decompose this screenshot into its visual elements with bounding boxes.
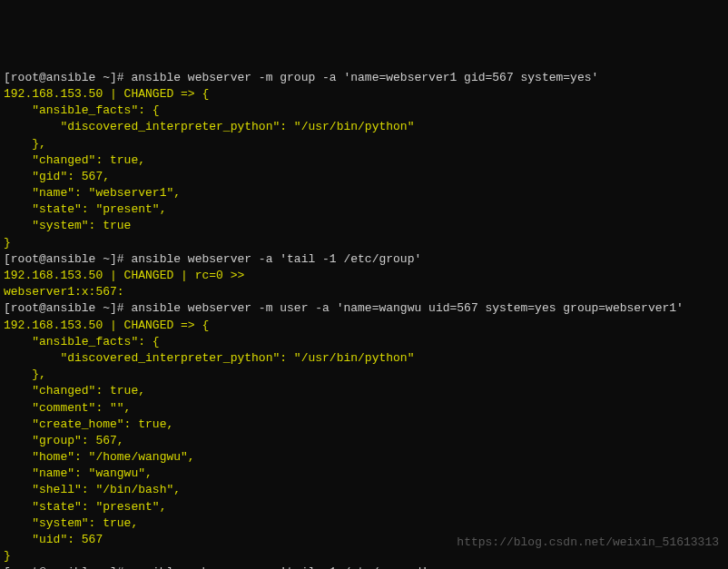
host-status-1: 192.168.153.50 | CHANGED => { — [4, 87, 209, 101]
terminal-output[interactable]: [root@ansible ~]# ansible webserver -m g… — [4, 70, 724, 569]
output-line: "system": true, — [4, 516, 138, 530]
output-line: "uid": 567 — [4, 533, 103, 546]
watermark-text: https://blog.csdn.net/weixin_51613313 — [457, 535, 719, 551]
output-line: "home": "/home/wangwu", — [4, 450, 195, 464]
output-line: "name": "wangwu", — [4, 466, 152, 480]
output-line: }, — [4, 137, 46, 151]
output-line: "changed": true, — [4, 384, 145, 397]
output-line: "shell": "/bin/bash", — [4, 483, 181, 496]
command-line-1: [root@ansible ~]# ansible webserver -m g… — [4, 71, 598, 84]
host-status-2: 192.168.153.50 | CHANGED | rc=0 >> — [4, 269, 244, 282]
command-line-3: [root@ansible ~]# ansible webserver -m u… — [4, 301, 684, 315]
command-line-4: [root@ansible ~]# ansible webserver -a '… — [4, 565, 428, 569]
output-line: webserver1:x:567: — [4, 285, 124, 299]
output-line: "gid": 567, — [4, 170, 110, 183]
host-status-3: 192.168.153.50 | CHANGED => { — [4, 319, 209, 332]
output-line: "create_home": true, — [4, 417, 173, 431]
output-line: "state": "present", — [4, 500, 166, 514]
output-line: }, — [4, 368, 46, 381]
output-line: "discovered_interpreter_python": "/usr/b… — [4, 351, 414, 365]
output-line: "ansible_facts": { — [4, 335, 160, 348]
output-line: "comment": "", — [4, 401, 131, 415]
output-line: "discovered_interpreter_python": "/usr/b… — [4, 120, 414, 133]
output-line: "state": "present", — [4, 202, 166, 216]
output-line: "name": "webserver1", — [4, 186, 181, 200]
output-line: "changed": true, — [4, 153, 145, 167]
command-line-2: [root@ansible ~]# ansible webserver -a '… — [4, 252, 421, 266]
output-line: "group": 567, — [4, 434, 124, 447]
output-line: } — [4, 236, 11, 250]
output-line: "system": true — [4, 219, 131, 232]
output-line: } — [4, 549, 11, 563]
output-line: "ansible_facts": { — [4, 103, 160, 117]
